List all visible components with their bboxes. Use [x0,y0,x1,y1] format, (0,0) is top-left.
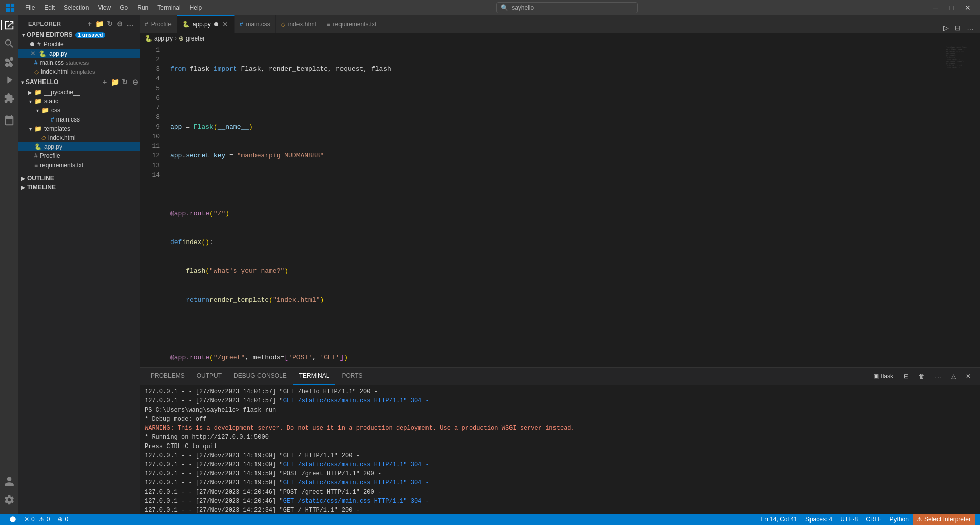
menu-go[interactable]: Go [116,3,132,12]
tree-requirements-label: requirements.txt [40,161,83,169]
tab-output[interactable]: OUTPUT [191,368,228,385]
refresh-button[interactable]: ↻ [105,19,114,28]
menu-run[interactable]: Run [133,3,152,12]
status-right: Ln 14, Col 41 Spaces: 4 UTF-8 CRLF Pytho… [757,514,975,525]
tree-static[interactable]: ▾ 📁 static [18,97,140,106]
new-file-button[interactable]: + [85,19,94,28]
tree-templates[interactable]: ▾ 📁 templates [18,124,140,133]
tab-apppy-close[interactable]: ✕ [221,20,229,28]
activity-explorer[interactable] [1,17,17,33]
terminal-more-button[interactable]: … [931,372,945,381]
project-refresh[interactable]: ↻ [120,77,130,87]
sidebar-header: EXPLORER + 📁 ↻ ⊖ … [18,15,140,30]
maximize-panel-button[interactable]: △ [947,372,960,381]
ln-7: 7 [140,103,160,112]
terminal-content[interactable]: 127.0.0.1 - - [27/Nov/2023 14:01:57] "GE… [140,385,980,514]
tree-pycache[interactable]: ▶ 📁 __pycache__ [18,88,140,97]
split-terminal-button[interactable]: ⊟ [900,372,913,381]
tab-maincss[interactable]: # main.css [235,15,276,33]
tree-apppy[interactable]: ▾ 🐍 app.py [18,142,140,151]
tab-indexhtml[interactable]: ◇ index.html [276,15,322,33]
tree-apppy-label: app.py [44,143,62,150]
breadcrumb-symbol[interactable]: greeter [186,35,205,42]
tree-requirements[interactable]: ▾ ≡ requirements.txt [18,160,140,170]
errors-status[interactable]: ✕ 0 ⚠ 0 [20,514,54,525]
indentation-status[interactable]: Spaces: 4 [801,514,836,525]
open-editor-indexhtml[interactable]: ◇ index.html templates [18,67,140,76]
minimize-button[interactable]: ─ [928,2,943,13]
cursor-position-status[interactable]: Ln 14, Col 41 [757,514,801,525]
tab-ports[interactable]: PORTS [335,368,368,385]
menu-selection[interactable]: Selection [60,3,93,12]
output-label: OUTPUT [197,372,222,379]
line-ending-label: CRLF [866,516,881,523]
tab-apppy[interactable]: 🐍 app.py ✕ [177,15,235,33]
maximize-button[interactable]: □ [945,2,959,13]
tree-procfile[interactable]: ▾ # Procfile [18,151,140,160]
tab-maincss-icon: # [240,21,243,28]
open-editor-apppy[interactable]: ✕ 🐍 app.py [18,49,140,58]
activity-source-control[interactable] [1,54,17,70]
activity-extensions[interactable] [1,90,17,106]
project-new-folder[interactable]: 📁 [110,77,119,87]
project-collapse[interactable]: ⊖ [131,77,140,87]
css-arrow: ▾ [33,108,41,113]
collapse-all-button[interactable]: ⊖ [115,19,124,28]
menu-file[interactable]: File [21,3,39,12]
terminal-line-14: 127.0.0.1 - - [27/Nov/2023 14:22:34] "GE… [145,506,975,514]
activity-testing[interactable] [1,112,17,129]
open-editors-header[interactable]: ▾ OPEN EDITORS 1 unsaved [18,30,140,39]
project-header[interactable]: ▾ SAYHELLO + 📁 ↻ ⊖ [18,76,140,88]
activity-run-debug[interactable] [1,72,17,88]
breadcrumb-file[interactable]: app.py [154,35,173,42]
activity-search[interactable] [1,35,17,52]
templates-label: templates [44,125,70,132]
menu-help[interactable]: Help [186,3,206,12]
open-editor-maincss[interactable]: # main.css static\css [18,58,140,67]
panel-tab-bar: PROBLEMS OUTPUT DEBUG CONSOLE TERMINAL P… [140,368,980,385]
menu-edit[interactable]: Edit [40,3,59,12]
code-content[interactable]: from flask import Flask, render_template… [165,44,945,367]
code-line-5 [170,180,945,189]
apppy-close-icon[interactable]: ✕ [30,50,36,57]
tab-procfile[interactable]: # Procfile [140,15,177,33]
css-label: css [51,107,60,114]
timeline-header[interactable]: ▶ TIMELINE [18,183,140,192]
activity-account[interactable] [1,473,17,490]
tree-maincss[interactable]: ▾ # main.css [18,115,140,124]
terminal-name-button[interactable]: ▣ flask [869,372,898,381]
remote-status[interactable] [5,514,20,525]
debug-console-label: DEBUG CONSOLE [234,372,287,379]
encoding-status[interactable]: UTF-8 [836,514,862,525]
project-new-file[interactable]: + [100,77,109,87]
tab-requirements[interactable]: ≡ requirements.txt [321,15,382,33]
open-editor-procfile[interactable]: # Procfile [18,39,140,49]
close-panel-button[interactable]: ✕ [962,372,975,381]
line-ending-status[interactable]: CRLF [862,514,885,525]
menu-terminal[interactable]: Terminal [153,3,184,12]
tab-terminal[interactable]: TERMINAL [293,368,336,385]
tree-css[interactable]: ▾ 📁 css [18,106,140,115]
static-folder-icon: 📁 [34,98,42,105]
ports-label: PORTS [342,372,362,379]
more-editor-actions[interactable]: … [965,23,976,33]
split-editor-button[interactable]: ⊟ [953,23,963,33]
tab-problems[interactable]: PROBLEMS [145,368,191,385]
outline-header[interactable]: ▶ OUTLINE [18,174,140,183]
notifications-status[interactable]: ⊕ 0 [54,514,72,525]
new-folder-button[interactable]: 📁 [95,19,104,28]
tab-debug-console[interactable]: DEBUG CONSOLE [228,368,293,385]
close-button[interactable]: ✕ [961,2,975,13]
unsaved-badge: 1 unsaved [75,32,105,38]
open-editors-section: ▾ OPEN EDITORS 1 unsaved # Procfile ✕ 🐍 … [18,30,140,58]
tree-indexhtml[interactable]: ▾ ◇ index.html [18,133,140,142]
activity-settings[interactable] [1,492,17,508]
menu-view[interactable]: View [94,3,115,12]
terminal-line-6: * Running on http://127.0.0.1:5000 [145,433,975,442]
interpreter-status[interactable]: ⚠ Select Interpreter [913,514,975,525]
more-actions-button[interactable]: … [125,19,135,28]
global-search-bar[interactable]: 🔍 sayhello [496,2,638,13]
run-button[interactable]: ▷ [941,23,951,33]
kill-terminal-button[interactable]: 🗑 [915,372,929,381]
language-mode-status[interactable]: Python [886,514,913,525]
